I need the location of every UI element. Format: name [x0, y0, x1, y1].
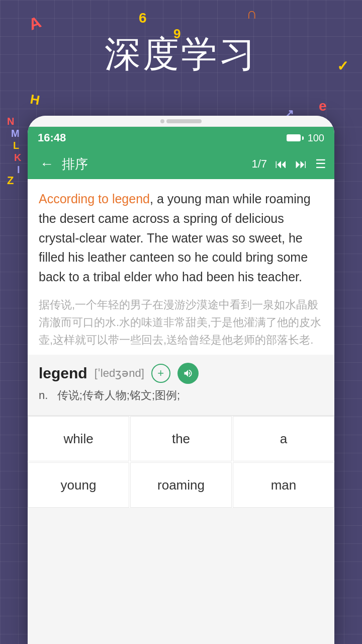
phone-frame: 16:48 100 ← 排序 1/7 ⏮ ⏭ ☰ According to le…: [28, 116, 334, 644]
page-title: 深度学习: [0, 30, 362, 78]
floating-letter: ✓: [337, 58, 348, 74]
word-row: legend [ˈledʒənd] +: [39, 363, 323, 384]
status-bar: 16:48 100: [28, 127, 334, 149]
word-def-text: 传说;传奇人物;铭文;图例;: [57, 389, 180, 401]
floating-letter: ∩: [246, 5, 257, 22]
answer-cell[interactable]: while: [28, 416, 129, 461]
answer-cell[interactable]: man: [233, 462, 334, 508]
floating-letter: M: [11, 128, 20, 139]
answer-cell[interactable]: young: [28, 462, 129, 508]
floating-letter: 6: [139, 10, 147, 26]
battery-body: [287, 134, 301, 141]
word-add-button[interactable]: +: [151, 364, 170, 383]
speaker-dot: [160, 119, 164, 123]
floating-letter: L: [13, 140, 19, 151]
page-count: 1/7: [251, 157, 267, 171]
content-area: According to legend, a young man while r…: [28, 179, 334, 355]
chinese-translation: 据传说,一个年轻的男子在漫游沙漠途中看到一泉如水晶般清澈而可口的水.水的味道非常…: [39, 296, 323, 349]
bar-title: 排序: [62, 155, 251, 173]
answer-grid: whiletheayoungroamingman: [28, 415, 334, 508]
answer-cell[interactable]: a: [233, 416, 334, 461]
battery-fill: [288, 135, 300, 140]
floating-letter: H: [29, 92, 41, 109]
top-bar: ← 排序 1/7 ⏮ ⏭ ☰: [28, 149, 334, 179]
answer-cell[interactable]: roaming: [130, 462, 232, 508]
phone-notch: [28, 116, 334, 127]
speaker-bar: [166, 119, 202, 123]
floating-letter: 9: [173, 26, 180, 42]
word-sound-button[interactable]: [177, 363, 199, 384]
highlight-text: According to legend: [39, 192, 150, 206]
sound-icon: [183, 368, 193, 378]
floating-letter: Z: [7, 174, 14, 187]
word-definition: n. 传说;传奇人物;铭文;图例;: [39, 388, 323, 403]
floating-letter: N: [7, 116, 14, 127]
battery-level: 100: [308, 132, 324, 144]
word-main: legend: [39, 365, 87, 382]
floating-letter: K: [14, 152, 21, 164]
battery-tip: [302, 136, 304, 140]
menu-button[interactable]: ☰: [315, 157, 326, 171]
floating-letter: e: [319, 98, 327, 114]
battery-icon: [287, 134, 304, 141]
skip-forward-button[interactable]: ⏭: [295, 157, 307, 171]
word-section: legend [ˈledʒənd] + n. 传说;传奇人物;铭文;图例;: [28, 355, 334, 415]
floating-letter: I: [17, 164, 20, 176]
english-paragraph: According to legend, a young man while r…: [39, 189, 323, 287]
status-right: 100: [287, 132, 324, 144]
skip-back-button[interactable]: ⏮: [275, 157, 287, 171]
word-phonetic: [ˈledʒənd]: [95, 367, 144, 380]
bar-right: 1/7 ⏮ ⏭ ☰: [251, 157, 326, 171]
status-time: 16:48: [38, 131, 66, 144]
back-button[interactable]: ←: [36, 154, 58, 174]
word-pos: n.: [39, 389, 48, 401]
answer-cell[interactable]: the: [130, 416, 232, 461]
